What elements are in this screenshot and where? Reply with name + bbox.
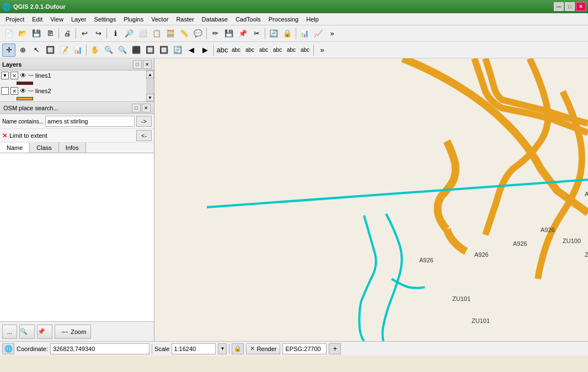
cut-button[interactable]: ✂	[250, 27, 263, 40]
menu-item-settings[interactable]: Settings	[90, 15, 119, 24]
menu-item-processing[interactable]: Processing	[265, 15, 302, 24]
layer1-symbol	[17, 82, 33, 85]
layers-close-button[interactable]: ✕	[143, 60, 152, 69]
menu-item-edit[interactable]: Edit	[29, 15, 46, 24]
search-extent-button[interactable]: 🔍	[19, 325, 35, 339]
calc-button[interactable]: 🧮	[164, 27, 177, 40]
app-title: QGIS 2.0.1-Dufour	[13, 3, 66, 10]
attribute-button[interactable]: 📋	[150, 27, 163, 40]
layer2-symbol	[17, 97, 33, 100]
zoom-in2-button[interactable]: 🔍	[102, 44, 115, 57]
zoom-extent-button[interactable]: ⬛	[130, 44, 143, 57]
zoom-out-button[interactable]: 🔍	[116, 44, 129, 57]
epsg-button[interactable]: +	[329, 343, 341, 354]
zoom-full-button[interactable]: ⊕	[16, 44, 29, 57]
scroll-up[interactable]: ▲	[146, 71, 154, 78]
annotation-button[interactable]: 💬	[191, 27, 205, 40]
label-btn2[interactable]: abc	[229, 44, 243, 57]
layer1-icon: 〰	[28, 73, 34, 79]
scale-dropdown-button[interactable]: ▼	[218, 343, 227, 354]
menu-item-project[interactable]: Project	[2, 15, 28, 24]
label-a926-6: A926	[474, 251, 489, 258]
more-button[interactable]: »	[325, 27, 339, 40]
zoom-prev-button[interactable]: ◀	[185, 44, 198, 57]
osm-back-button[interactable]: <-	[136, 130, 152, 141]
layer1-checkbox[interactable]: ✕	[10, 72, 18, 79]
graph-button[interactable]: 📈	[312, 27, 325, 40]
layers-panel: Layers □ ✕ ▼ ✕ 👁 〰 lines1	[0, 58, 154, 102]
label-btn7[interactable]: abc	[298, 44, 312, 57]
zoom-next-button[interactable]: ▶	[199, 44, 212, 57]
zoom-in-button[interactable]: 🔎	[122, 27, 136, 40]
menu-item-help[interactable]: Help	[303, 15, 322, 24]
lock-button[interactable]: 🔒	[281, 27, 294, 40]
identify-button[interactable]: ℹ	[109, 27, 122, 40]
minimize-button[interactable]: —	[554, 2, 564, 11]
saveas-button[interactable]: 🖹	[44, 27, 57, 40]
maximize-button[interactable]: □	[565, 2, 575, 11]
menu-item-view[interactable]: View	[47, 15, 67, 24]
select-button[interactable]: ⬜	[136, 27, 149, 40]
info-button[interactable]: 📝	[57, 44, 71, 57]
menu-item-vector[interactable]: Vector	[148, 15, 172, 24]
layer1-visible-icon: 👁	[20, 72, 26, 79]
scale-input[interactable]	[172, 343, 216, 354]
layer-select-button[interactable]: 🔲	[44, 44, 57, 57]
layers-collapse-button[interactable]: □	[133, 60, 142, 69]
status-globe-btn[interactable]: 🌐	[2, 343, 14, 354]
left-panel: Layers □ ✕ ▼ ✕ 👁 〰 lines1	[0, 58, 154, 341]
dots-button[interactable]: ...	[2, 325, 17, 339]
chart-button[interactable]: 📊	[298, 27, 311, 40]
osm-close-button[interactable]: ✕	[142, 104, 151, 112]
zoom-layer-button[interactable]: 🔲	[143, 44, 157, 57]
label-btn5[interactable]: abc	[271, 44, 284, 57]
digitize-button[interactable]: ✏	[209, 27, 222, 40]
menu-item-raster[interactable]: Raster	[173, 15, 197, 24]
zoom-select-button[interactable]: 🔲	[157, 44, 170, 57]
layer2-collapse[interactable]	[1, 87, 9, 95]
osm-collapse-button[interactable]: □	[132, 104, 141, 112]
render-button[interactable]: ✕ Render	[246, 343, 280, 354]
rotate-button[interactable]: 🔄	[267, 27, 280, 40]
osm-search-button[interactable]: ->	[136, 116, 152, 127]
map-area[interactable]: A926A926 A926 A926 A926 A926 A926 A926 Z…	[154, 58, 588, 341]
map-bg	[154, 58, 588, 341]
layer1-collapse[interactable]: ▼	[1, 72, 9, 79]
label-btn3[interactable]: abc	[243, 44, 256, 57]
limit-x-icon[interactable]: ✕	[2, 132, 7, 139]
label-a926-1: A926A926	[585, 191, 588, 197]
osm-tab-class[interactable]: Class	[30, 143, 59, 153]
pan-button[interactable]: ✛	[2, 44, 15, 57]
menu-item-database[interactable]: Database	[199, 15, 231, 24]
stats-button[interactable]: 📊	[71, 44, 84, 57]
osm-search-input[interactable]	[45, 116, 135, 127]
save-button[interactable]: 💾	[30, 27, 43, 40]
menu-item-cadtools[interactable]: CadTools	[232, 15, 264, 24]
menu-item-layer[interactable]: Layer	[68, 15, 90, 24]
redo-button[interactable]: ↪	[92, 27, 105, 40]
scroll-down[interactable]: ▼	[146, 94, 154, 101]
new-button[interactable]: 📄	[2, 27, 15, 40]
bookmark-button[interactable]: 📌	[37, 325, 52, 339]
osm-tab-infos[interactable]: Infos	[59, 143, 86, 153]
save-layer-button[interactable]: 💾	[222, 27, 236, 40]
undo-button[interactable]: ↩	[78, 27, 91, 40]
close-button[interactable]: ✕	[576, 2, 586, 11]
layer2-checkbox[interactable]: ✕	[10, 87, 18, 95]
label-btn4[interactable]: abc	[257, 44, 270, 57]
cursor-select-button[interactable]: ↖	[30, 44, 43, 57]
label-btn1[interactable]: abc	[216, 44, 229, 57]
lock-scale-button[interactable]: 🔒	[232, 343, 244, 354]
label-btn6[interactable]: abc	[285, 44, 298, 57]
more2-button[interactable]: »	[316, 44, 329, 57]
menu-item-plugins[interactable]: Plugins	[120, 15, 147, 24]
osm-results[interactable]	[0, 153, 154, 321]
pan-map-button[interactable]: ✋	[88, 44, 101, 57]
refresh-button[interactable]: 🔄	[171, 44, 184, 57]
zoom-to-button[interactable]: → → Zoom	[55, 325, 91, 339]
print-button[interactable]: 🖨	[61, 27, 74, 40]
measure-button[interactable]: 📏	[178, 27, 191, 40]
vertex-button[interactable]: 📌	[236, 27, 249, 40]
osm-tab-name[interactable]: Name	[0, 143, 30, 153]
open-button[interactable]: 📂	[16, 27, 29, 40]
